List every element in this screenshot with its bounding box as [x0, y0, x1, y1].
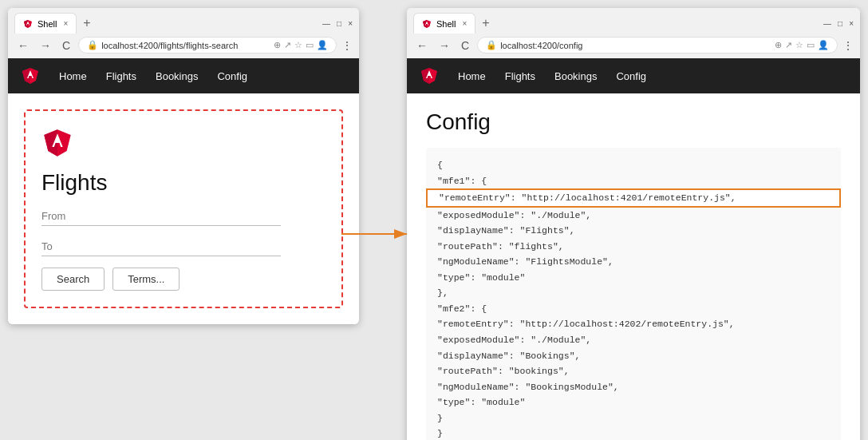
right-address-icon: 🔒	[486, 40, 497, 50]
code-line-5: "displayName": "Flights",	[437, 223, 830, 239]
left-browser-chrome: Shell × + — □ × ← → C 🔒 localhost:4200/f…	[8, 8, 359, 58]
code-line-8: "type": "module"	[437, 270, 830, 286]
right-browser-controls: ← → C 🔒 localhost:4200/config ⊕ ↗ ☆ ▭ 👤 …	[413, 37, 854, 58]
left-sidebar-icon: ▭	[306, 40, 314, 50]
right-share-icon: ↗	[785, 40, 792, 50]
right-nav-flights[interactable]: Flights	[505, 70, 535, 82]
svg-rect-3	[28, 22, 29, 23]
left-url-text: localhost:4200/flights/flights-search	[101, 41, 238, 50]
left-nav-flights[interactable]: Flights	[106, 70, 136, 82]
code-line-14: "routePath": "bookings",	[437, 363, 830, 379]
right-address-bar[interactable]: 🔒 localhost:4200/config ⊕ ↗ ☆ ▭ 👤	[477, 37, 838, 54]
code-line-17: }	[437, 410, 830, 426]
code-line-3-highlight: "remoteEntry": "http://localhost:4201/re…	[426, 188, 841, 208]
right-url-text: localhost:4200/config	[500, 41, 582, 50]
left-browser-window: Shell × + — □ × ← → C 🔒 localhost:4200/f…	[8, 8, 359, 324]
left-refresh-button[interactable]: C	[59, 38, 73, 54]
right-browser-tabs: Shell × + — □ ×	[413, 13, 854, 34]
left-address-icon: 🔒	[87, 40, 98, 50]
right-browser-chrome: Shell × + — □ × ← → C 🔒 localhost:4200/c…	[407, 8, 860, 58]
flights-to-input[interactable]	[41, 237, 281, 256]
right-nav-config[interactable]: Config	[616, 70, 646, 82]
config-page-content: Config { "mfe1": { "remoteEntry": "http:…	[407, 93, 860, 440]
right-profile-icon: 👤	[818, 40, 829, 50]
left-nav-home[interactable]: Home	[59, 70, 87, 82]
right-browser-window: Shell × + — □ × ← → C 🔒 localhost:4200/c…	[407, 8, 860, 440]
right-tab-label: Shell	[436, 19, 456, 29]
left-address-icons: ⊕ ↗ ☆ ▭ 👤	[274, 40, 328, 50]
right-brand	[420, 66, 439, 85]
left-share-icon: ↗	[284, 40, 291, 50]
code-line-12: "exposedModule": "./Module",	[437, 332, 830, 348]
left-close-icon[interactable]: ×	[348, 19, 353, 28]
right-tab-close[interactable]: ×	[462, 19, 467, 28]
svg-rect-7	[30, 73, 31, 75]
left-tab-close[interactable]: ×	[63, 19, 68, 28]
left-brand	[21, 66, 40, 85]
config-page-title: Config	[426, 109, 841, 135]
flights-logo-area	[41, 127, 73, 159]
right-nav-bookings[interactable]: Bookings	[554, 70, 597, 82]
left-forward-button[interactable]: →	[37, 38, 54, 54]
code-line-1: {	[437, 157, 830, 173]
left-browser-tabs: Shell × + — □ ×	[14, 13, 353, 34]
svg-rect-21	[428, 73, 430, 75]
left-nav-bookings[interactable]: Bookings	[156, 70, 198, 82]
code-line-9: },	[437, 285, 830, 301]
flights-from-input[interactable]	[41, 207, 281, 226]
right-tab-favicon-icon	[422, 19, 432, 29]
left-maximize-icon[interactable]: □	[337, 19, 341, 28]
left-menu-dots[interactable]: ⋮	[341, 39, 353, 52]
left-window-controls: — □ ×	[322, 19, 353, 28]
left-profile-icon: 👤	[317, 40, 328, 50]
right-angular-logo-icon	[420, 66, 439, 85]
right-star-icon: ☆	[795, 40, 803, 50]
svg-rect-17	[427, 22, 428, 23]
code-line-6: "routePath": "flights",	[437, 239, 830, 255]
code-line-13: "displayName": "Bookings",	[437, 348, 830, 364]
left-tab-favicon-icon	[23, 19, 33, 29]
right-address-icons: ⊕ ↗ ☆ ▭ 👤	[775, 40, 829, 50]
right-nav-home[interactable]: Home	[458, 70, 486, 82]
left-address-bar[interactable]: 🔒 localhost:4200/flights/flights-search …	[78, 37, 337, 54]
flights-terms-button[interactable]: Terms...	[112, 268, 180, 291]
right-app-navbar: Home Flights Bookings Config	[407, 58, 860, 93]
flights-search-button[interactable]: Search	[41, 268, 105, 291]
left-back-button[interactable]: ←	[14, 38, 32, 54]
right-close-icon[interactable]: ×	[849, 19, 854, 28]
left-angular-logo-icon	[21, 66, 40, 85]
flights-angular-logo-icon	[41, 127, 73, 159]
flights-page-content: Flights Search Terms...	[8, 93, 359, 324]
code-line-10: "mfe2": {	[437, 301, 830, 317]
right-maximize-icon[interactable]: □	[838, 19, 842, 28]
left-browser-tab[interactable]: Shell ×	[14, 13, 77, 34]
right-minimize-icon[interactable]: —	[823, 19, 831, 28]
right-refresh-button[interactable]: C	[458, 38, 472, 54]
left-nav-config[interactable]: Config	[217, 70, 247, 82]
left-app-navbar: Home Flights Bookings Config	[8, 58, 359, 93]
code-line-11: "remoteEntry": "http://localhost:4202/re…	[437, 316, 830, 332]
flights-button-row: Search Terms...	[41, 268, 180, 291]
svg-rect-11	[56, 139, 58, 141]
code-line-2: "mfe1": {	[437, 173, 830, 189]
right-sidebar-icon: ▭	[807, 40, 815, 50]
right-back-button[interactable]: ←	[413, 38, 431, 54]
right-bookmark-icon: ⊕	[775, 40, 782, 50]
left-bookmark-icon: ⊕	[274, 40, 281, 50]
left-star-icon: ☆	[294, 40, 302, 50]
flights-title: Flights	[41, 170, 107, 196]
right-forward-button[interactable]: →	[436, 38, 453, 54]
code-line-15: "ngModuleName": "BookingsModule",	[437, 379, 830, 395]
flights-search-box: Flights Search Terms...	[24, 109, 343, 308]
code-line-7: "ngModuleName": "FlightsModule",	[437, 254, 830, 270]
left-minimize-icon[interactable]: —	[322, 19, 330, 28]
config-code-block: { "mfe1": { "remoteEntry": "http://local…	[426, 148, 841, 440]
code-line-18: }	[437, 426, 830, 440]
right-menu-dots[interactable]: ⋮	[842, 39, 854, 52]
left-browser-controls: ← → C 🔒 localhost:4200/flights/flights-s…	[14, 37, 353, 58]
right-new-tab-button[interactable]: +	[479, 16, 492, 30]
right-browser-tab[interactable]: Shell ×	[413, 13, 475, 34]
code-line-16: "type": "module"	[437, 394, 830, 410]
left-new-tab-button[interactable]: +	[80, 16, 93, 30]
right-window-controls: — □ ×	[823, 19, 854, 28]
